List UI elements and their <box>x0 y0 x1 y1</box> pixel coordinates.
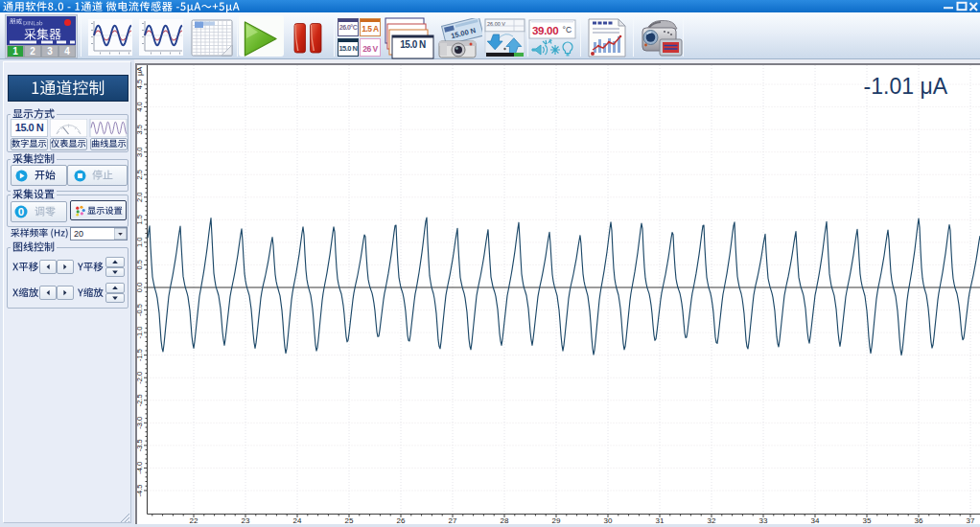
svg-text:2.0: 2.0 <box>137 193 144 202</box>
svg-text:3.0: 3.0 <box>137 147 144 156</box>
svg-text:1.5: 1.5 <box>137 215 144 224</box>
svg-text:-0.5: -0.5 <box>137 304 144 316</box>
svg-text:1.0: 1.0 <box>137 238 144 247</box>
svg-text:36: 36 <box>915 516 923 525</box>
svg-text:-2.5: -2.5 <box>137 394 144 406</box>
svg-text:4.5: 4.5 <box>137 80 144 89</box>
svg-text:-1.5: -1.5 <box>137 349 144 361</box>
svg-text:4.0: 4.0 <box>137 102 144 111</box>
svg-text:23: 23 <box>242 516 250 525</box>
svg-text:0.5: 0.5 <box>137 260 144 269</box>
svg-text:30: 30 <box>604 516 613 525</box>
svg-text:0.0: 0.0 <box>137 283 144 292</box>
svg-text:27: 27 <box>449 516 457 525</box>
svg-text:2.5: 2.5 <box>137 170 144 179</box>
svg-text:°C: °C <box>563 25 572 34</box>
svg-text:-4.5: -4.5 <box>137 485 144 497</box>
svg-text:22: 22 <box>190 516 198 525</box>
svg-text:31: 31 <box>656 516 665 525</box>
svg-text:39.00: 39.00 <box>532 25 558 36</box>
svg-text:3.5: 3.5 <box>137 125 144 134</box>
svg-text:μA: μA <box>137 67 144 76</box>
svg-text:32: 32 <box>708 516 716 525</box>
svg-text:33: 33 <box>759 516 768 525</box>
svg-text:-3.5: -3.5 <box>137 439 144 451</box>
svg-text:25: 25 <box>345 516 354 525</box>
svg-text:-4.0: -4.0 <box>137 462 144 474</box>
svg-text:26: 26 <box>397 516 406 525</box>
svg-text:-2.0: -2.0 <box>137 372 144 384</box>
svg-text:28: 28 <box>501 516 509 525</box>
svg-text:-1.0: -1.0 <box>137 327 144 339</box>
svg-text:-3.0: -3.0 <box>137 417 144 429</box>
svg-text:29: 29 <box>552 516 561 525</box>
svg-text:-1.01 μA: -1.01 μA <box>864 74 948 99</box>
svg-text:35: 35 <box>863 516 872 525</box>
svg-text:37: 37 <box>967 516 975 525</box>
svg-text:24: 24 <box>293 516 302 525</box>
svg-text:34: 34 <box>811 516 820 525</box>
svg-text:0: 0 <box>18 206 24 218</box>
